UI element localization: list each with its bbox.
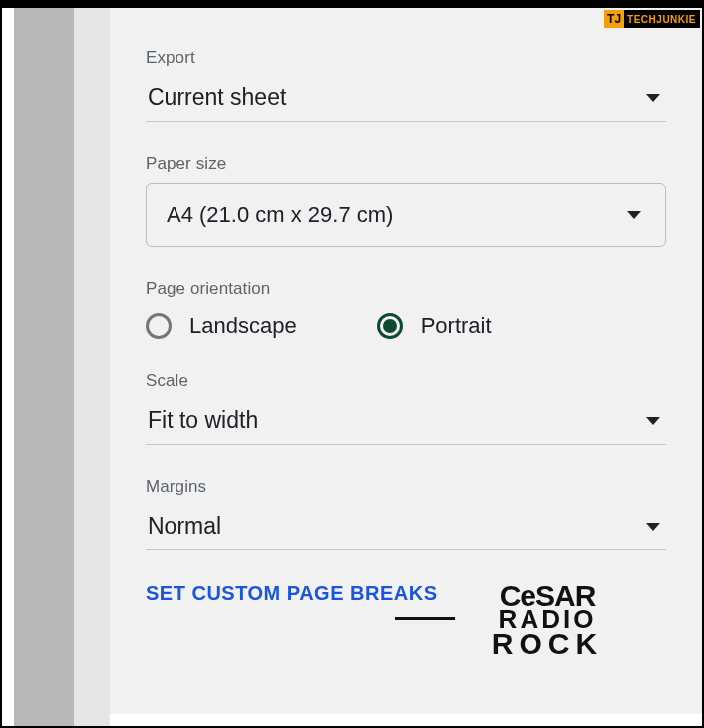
cesar-line3: ROCK <box>433 631 662 657</box>
content-row: Export Current sheet Paper size A4 (21.0… <box>2 8 702 726</box>
gutter-outer <box>2 8 14 726</box>
margins-section: Margins Normal <box>146 477 666 550</box>
paper-size-value: A4 (21.0 cm x 29.7 cm) <box>167 202 393 228</box>
margins-select[interactable]: Normal <box>146 507 666 550</box>
crop-edge <box>110 714 702 726</box>
techjunkie-logo-icon: TJ <box>604 10 624 28</box>
radio-icon <box>146 313 172 339</box>
paper-size-label: Paper size <box>146 154 666 174</box>
orientation-radio-group: Landscape Portrait <box>146 309 666 339</box>
chevron-down-icon <box>646 417 660 425</box>
export-label: Export <box>146 48 666 68</box>
chevron-down-icon <box>646 94 660 102</box>
chevron-down-icon <box>646 523 660 531</box>
margins-label: Margins <box>146 477 666 497</box>
orientation-portrait-label: Portrait <box>421 313 492 339</box>
window-frame: TJ TECHJUNKIE Export Current sheet Paper… <box>0 0 704 728</box>
paper-size-select[interactable]: A4 (21.0 cm x 29.7 cm) <box>146 183 666 247</box>
cesar-line2: RADIO <box>433 608 662 630</box>
orientation-section: Page orientation Landscape Portrait <box>146 279 666 339</box>
cesar-line-icon <box>395 617 455 620</box>
orientation-label: Page orientation <box>146 279 666 299</box>
gutter-preview <box>14 8 74 726</box>
scale-section: Scale Fit to width <box>146 371 666 445</box>
export-value: Current sheet <box>148 84 286 111</box>
scale-value: Fit to width <box>148 407 258 434</box>
chevron-down-icon <box>627 211 641 219</box>
margins-value: Normal <box>148 513 221 540</box>
set-custom-page-breaks-button[interactable]: SET CUSTOM PAGE BREAKS <box>146 582 666 605</box>
orientation-option-landscape[interactable]: Landscape <box>146 313 297 339</box>
export-section: Export Current sheet <box>146 48 666 122</box>
print-settings-panel: Export Current sheet Paper size A4 (21.0… <box>110 8 702 726</box>
radio-selected-icon <box>377 313 403 339</box>
gutter-inner <box>74 8 110 726</box>
paper-size-section: Paper size A4 (21.0 cm x 29.7 cm) <box>146 154 666 247</box>
orientation-option-portrait[interactable]: Portrait <box>377 313 492 339</box>
scale-label: Scale <box>146 371 666 391</box>
techjunkie-text: TECHJUNKIE <box>624 14 696 25</box>
techjunkie-watermark: TJ TECHJUNKIE <box>604 10 700 28</box>
orientation-landscape-label: Landscape <box>189 313 297 339</box>
export-select[interactable]: Current sheet <box>146 78 666 122</box>
scale-select[interactable]: Fit to width <box>146 401 666 445</box>
